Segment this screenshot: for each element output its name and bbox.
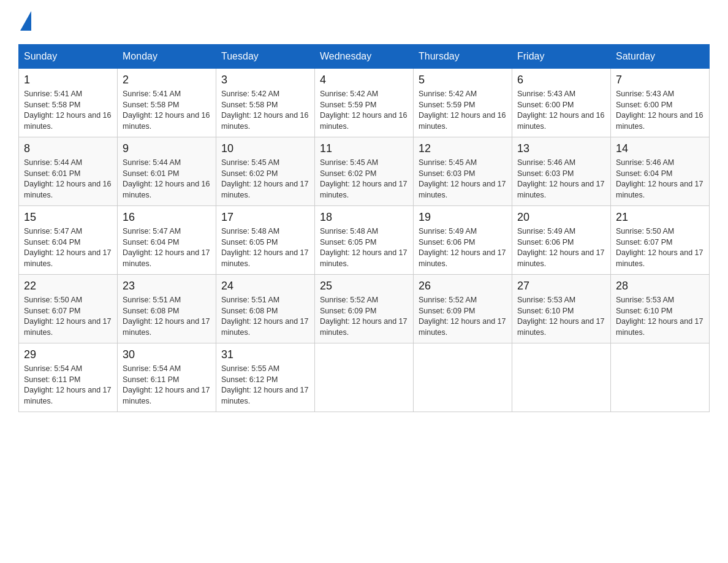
day-number: 5	[419, 74, 507, 86]
logo	[18, 12, 31, 32]
calendar-cell	[512, 343, 611, 412]
calendar-cell: 10 Sunrise: 5:45 AM Sunset: 6:02 PM Dayl…	[216, 137, 315, 206]
day-number: 1	[24, 74, 112, 86]
day-info: Sunrise: 5:41 AM Sunset: 5:58 PM Dayligh…	[24, 89, 112, 132]
column-header-monday: Monday	[118, 45, 216, 69]
day-number: 2	[123, 74, 211, 86]
day-number: 16	[123, 211, 211, 224]
column-header-saturday: Saturday	[611, 45, 710, 69]
calendar-cell: 21 Sunrise: 5:50 AM Sunset: 6:07 PM Dayl…	[611, 206, 710, 275]
day-number: 10	[221, 142, 309, 155]
day-number: 29	[24, 348, 112, 361]
day-number: 17	[221, 211, 309, 224]
day-number: 15	[24, 211, 112, 224]
calendar-cell: 25 Sunrise: 5:52 AM Sunset: 6:09 PM Dayl…	[315, 275, 414, 343]
day-number: 20	[517, 211, 605, 224]
column-header-sunday: Sunday	[19, 45, 118, 69]
day-number: 26	[419, 280, 507, 293]
calendar-cell: 17 Sunrise: 5:48 AM Sunset: 6:05 PM Dayl…	[216, 206, 315, 275]
calendar-cell: 3 Sunrise: 5:42 AM Sunset: 5:58 PM Dayli…	[216, 69, 315, 137]
calendar-cell	[315, 343, 414, 412]
day-info: Sunrise: 5:42 AM Sunset: 5:58 PM Dayligh…	[221, 89, 309, 132]
day-number: 27	[517, 280, 605, 293]
calendar-cell: 26 Sunrise: 5:52 AM Sunset: 6:09 PM Dayl…	[414, 275, 512, 343]
calendar-cell: 2 Sunrise: 5:41 AM Sunset: 5:58 PM Dayli…	[118, 69, 216, 137]
calendar-cell: 16 Sunrise: 5:47 AM Sunset: 6:04 PM Dayl…	[118, 206, 216, 275]
day-number: 21	[616, 211, 704, 224]
day-info: Sunrise: 5:54 AM Sunset: 6:11 PM Dayligh…	[123, 364, 211, 407]
day-info: Sunrise: 5:50 AM Sunset: 6:07 PM Dayligh…	[24, 295, 112, 338]
day-number: 23	[123, 280, 211, 293]
day-number: 19	[419, 211, 507, 224]
calendar-cell: 11 Sunrise: 5:45 AM Sunset: 6:02 PM Dayl…	[315, 137, 414, 206]
day-info: Sunrise: 5:43 AM Sunset: 6:00 PM Dayligh…	[616, 89, 704, 132]
calendar-cell: 20 Sunrise: 5:49 AM Sunset: 6:06 PM Dayl…	[512, 206, 611, 275]
calendar-cell: 14 Sunrise: 5:46 AM Sunset: 6:04 PM Dayl…	[611, 137, 710, 206]
day-info: Sunrise: 5:55 AM Sunset: 6:12 PM Dayligh…	[221, 364, 309, 407]
calendar-cell: 4 Sunrise: 5:42 AM Sunset: 5:59 PM Dayli…	[315, 69, 414, 137]
day-info: Sunrise: 5:44 AM Sunset: 6:01 PM Dayligh…	[123, 158, 211, 201]
day-info: Sunrise: 5:42 AM Sunset: 5:59 PM Dayligh…	[320, 89, 408, 132]
day-number: 14	[616, 142, 704, 155]
calendar-cell	[611, 343, 710, 412]
calendar-cell: 30 Sunrise: 5:54 AM Sunset: 6:11 PM Dayl…	[118, 343, 216, 412]
calendar-cell: 22 Sunrise: 5:50 AM Sunset: 6:07 PM Dayl…	[19, 275, 118, 343]
column-header-thursday: Thursday	[414, 45, 512, 69]
day-number: 13	[517, 142, 605, 155]
day-number: 25	[320, 280, 408, 293]
day-info: Sunrise: 5:48 AM Sunset: 6:05 PM Dayligh…	[221, 226, 309, 269]
day-info: Sunrise: 5:45 AM Sunset: 6:02 PM Dayligh…	[320, 158, 408, 201]
calendar-cell: 6 Sunrise: 5:43 AM Sunset: 6:00 PM Dayli…	[512, 69, 611, 137]
calendar-cell: 15 Sunrise: 5:47 AM Sunset: 6:04 PM Dayl…	[19, 206, 118, 275]
day-info: Sunrise: 5:51 AM Sunset: 6:08 PM Dayligh…	[221, 295, 309, 338]
day-info: Sunrise: 5:50 AM Sunset: 6:07 PM Dayligh…	[616, 226, 704, 269]
day-number: 7	[616, 74, 704, 86]
day-info: Sunrise: 5:52 AM Sunset: 6:09 PM Dayligh…	[320, 295, 408, 338]
day-info: Sunrise: 5:53 AM Sunset: 6:10 PM Dayligh…	[517, 295, 605, 338]
day-number: 28	[616, 280, 704, 293]
day-info: Sunrise: 5:54 AM Sunset: 6:11 PM Dayligh…	[24, 364, 112, 407]
day-info: Sunrise: 5:47 AM Sunset: 6:04 PM Dayligh…	[24, 226, 112, 269]
day-number: 12	[419, 142, 507, 155]
day-info: Sunrise: 5:48 AM Sunset: 6:05 PM Dayligh…	[320, 226, 408, 269]
calendar-cell: 18 Sunrise: 5:48 AM Sunset: 6:05 PM Dayl…	[315, 206, 414, 275]
calendar-header-row: SundayMondayTuesdayWednesdayThursdayFrid…	[19, 45, 710, 69]
column-header-friday: Friday	[512, 45, 611, 69]
day-info: Sunrise: 5:41 AM Sunset: 5:58 PM Dayligh…	[123, 89, 211, 132]
day-number: 3	[221, 74, 309, 86]
calendar-cell: 19 Sunrise: 5:49 AM Sunset: 6:06 PM Dayl…	[414, 206, 512, 275]
page-header	[18, 12, 710, 32]
day-info: Sunrise: 5:49 AM Sunset: 6:06 PM Dayligh…	[517, 226, 605, 269]
week-row-4: 22 Sunrise: 5:50 AM Sunset: 6:07 PM Dayl…	[19, 275, 710, 343]
day-number: 8	[24, 142, 112, 155]
calendar-cell: 28 Sunrise: 5:53 AM Sunset: 6:10 PM Dayl…	[611, 275, 710, 343]
column-header-tuesday: Tuesday	[216, 45, 315, 69]
day-number: 6	[517, 74, 605, 86]
calendar-cell: 24 Sunrise: 5:51 AM Sunset: 6:08 PM Dayl…	[216, 275, 315, 343]
week-row-2: 8 Sunrise: 5:44 AM Sunset: 6:01 PM Dayli…	[19, 137, 710, 206]
day-info: Sunrise: 5:45 AM Sunset: 6:02 PM Dayligh…	[221, 158, 309, 201]
day-info: Sunrise: 5:43 AM Sunset: 6:00 PM Dayligh…	[517, 89, 605, 132]
day-number: 30	[123, 348, 211, 361]
day-number: 31	[221, 348, 309, 361]
day-number: 11	[320, 142, 408, 155]
day-info: Sunrise: 5:49 AM Sunset: 6:06 PM Dayligh…	[419, 226, 507, 269]
calendar-cell: 13 Sunrise: 5:46 AM Sunset: 6:03 PM Dayl…	[512, 137, 611, 206]
calendar-cell: 31 Sunrise: 5:55 AM Sunset: 6:12 PM Dayl…	[216, 343, 315, 412]
calendar-cell: 12 Sunrise: 5:45 AM Sunset: 6:03 PM Dayl…	[414, 137, 512, 206]
week-row-3: 15 Sunrise: 5:47 AM Sunset: 6:04 PM Dayl…	[19, 206, 710, 275]
calendar-cell: 8 Sunrise: 5:44 AM Sunset: 6:01 PM Dayli…	[19, 137, 118, 206]
column-header-wednesday: Wednesday	[315, 45, 414, 69]
day-number: 22	[24, 280, 112, 293]
week-row-1: 1 Sunrise: 5:41 AM Sunset: 5:58 PM Dayli…	[19, 69, 710, 137]
calendar-cell: 5 Sunrise: 5:42 AM Sunset: 5:59 PM Dayli…	[414, 69, 512, 137]
day-number: 24	[221, 280, 309, 293]
calendar-cell: 1 Sunrise: 5:41 AM Sunset: 5:58 PM Dayli…	[19, 69, 118, 137]
calendar-cell: 27 Sunrise: 5:53 AM Sunset: 6:10 PM Dayl…	[512, 275, 611, 343]
day-info: Sunrise: 5:45 AM Sunset: 6:03 PM Dayligh…	[419, 158, 507, 201]
week-row-5: 29 Sunrise: 5:54 AM Sunset: 6:11 PM Dayl…	[19, 343, 710, 412]
day-info: Sunrise: 5:46 AM Sunset: 6:03 PM Dayligh…	[517, 158, 605, 201]
day-info: Sunrise: 5:51 AM Sunset: 6:08 PM Dayligh…	[123, 295, 211, 338]
day-number: 4	[320, 74, 408, 86]
calendar-table: SundayMondayTuesdayWednesdayThursdayFrid…	[18, 44, 710, 412]
